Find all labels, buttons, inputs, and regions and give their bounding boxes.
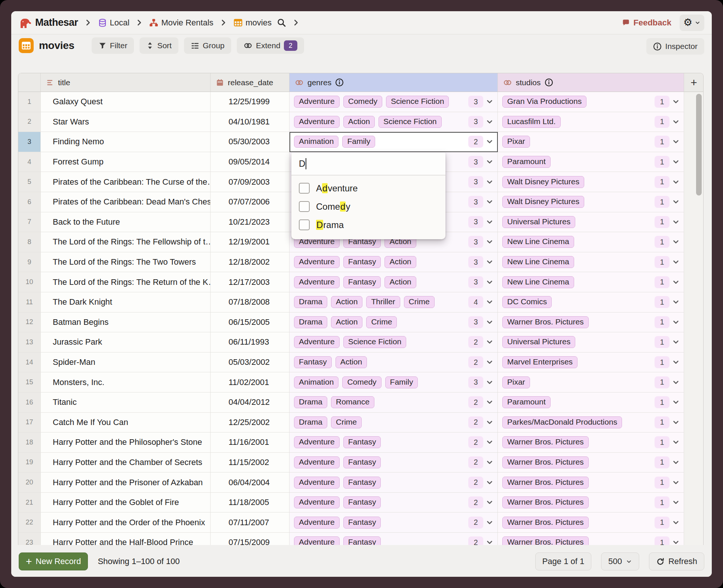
- cell-genres[interactable]: AdventureFantasy2: [289, 533, 498, 545]
- row-number-cell[interactable]: 14: [18, 353, 41, 373]
- cell-title[interactable]: Finding Nemo: [41, 132, 211, 152]
- cell-release-date[interactable]: 07/07/2006: [211, 192, 289, 212]
- chevron-down-icon[interactable]: [672, 318, 680, 326]
- cell-studios[interactable]: Walt Disney Pictures1: [498, 192, 684, 212]
- cell-studios[interactable]: Gran Via Productions1: [498, 92, 684, 112]
- chevron-down-icon[interactable]: [672, 458, 680, 467]
- cell-release-date[interactable]: 10/21/2023: [211, 212, 289, 233]
- cell-studios[interactable]: Parkes/MacDonald Productions1: [498, 413, 684, 433]
- cell-title[interactable]: Galaxy Quest: [41, 92, 211, 112]
- cell-studios[interactable]: New Line Cinema1: [498, 232, 684, 252]
- cell-title[interactable]: Harry Potter and the Goblet of Fire: [41, 493, 211, 513]
- cell-title[interactable]: Harry Potter and the Philosopher's Stone: [41, 432, 211, 453]
- table-search-button[interactable]: [277, 18, 286, 27]
- row-number-cell[interactable]: 12: [18, 313, 41, 333]
- chevron-down-icon[interactable]: [485, 178, 494, 186]
- chevron-down-icon[interactable]: [672, 398, 680, 406]
- chevron-down-icon[interactable]: [672, 538, 680, 545]
- cell-title[interactable]: Forrest Gump: [41, 152, 211, 172]
- pagination-button[interactable]: Page 1 of 1: [535, 552, 592, 570]
- column-header-studios[interactable]: studios: [498, 73, 684, 92]
- column-header-release_date[interactable]: release_date: [211, 73, 289, 92]
- row-number-cell[interactable]: 16: [18, 392, 41, 413]
- chevron-down-icon[interactable]: [672, 498, 680, 507]
- row-number-cell[interactable]: 8: [18, 232, 41, 252]
- info-icon[interactable]: [545, 78, 553, 87]
- checkbox[interactable]: [299, 183, 310, 194]
- cell-genres[interactable]: AdventureComedyScience Fiction3: [289, 92, 498, 112]
- refresh-button[interactable]: Refresh: [649, 552, 704, 570]
- chevron-down-icon[interactable]: [672, 118, 680, 126]
- cell-studios[interactable]: Warner Bros. Pictures1: [498, 453, 684, 473]
- cell-genres[interactable]: AdventureFantasyAction3: [289, 272, 498, 292]
- cell-release-date[interactable]: 05/30/2003: [211, 132, 289, 152]
- chevron-down-icon[interactable]: [485, 298, 494, 306]
- chevron-down-icon[interactable]: [485, 398, 494, 406]
- cell-genres[interactable]: AnimationFamily2: [289, 132, 498, 152]
- chevron-down-icon[interactable]: [672, 518, 680, 527]
- cell-studios[interactable]: New Line Cinema1: [498, 272, 684, 292]
- chevron-down-icon[interactable]: [672, 418, 680, 427]
- chevron-down-icon[interactable]: [672, 178, 680, 186]
- cell-studios[interactable]: Marvel Enterprises1: [498, 353, 684, 373]
- cell-title[interactable]: Catch Me If You Can: [41, 413, 211, 433]
- chevron-down-icon[interactable]: [485, 278, 494, 286]
- cell-title[interactable]: Harry Potter and the Chamber of Secrets: [41, 453, 211, 473]
- cell-genres[interactable]: AdventureActionScience Fiction3: [289, 112, 498, 132]
- genre-option-adventure[interactable]: Adventure: [291, 179, 445, 197]
- cell-studios[interactable]: Warner Bros. Pictures1: [498, 472, 684, 493]
- chevron-down-icon[interactable]: [672, 238, 680, 246]
- row-number-cell[interactable]: 18: [18, 432, 41, 453]
- cell-release-date[interactable]: 07/15/2009: [211, 533, 289, 545]
- cell-genres[interactable]: AdventureFantasyAction3: [289, 252, 498, 273]
- sort-button[interactable]: Sort: [140, 37, 178, 54]
- chevron-down-icon[interactable]: [485, 538, 494, 545]
- row-number-cell[interactable]: 10: [18, 272, 41, 292]
- chevron-down-icon[interactable]: [485, 258, 494, 266]
- chevron-down-icon[interactable]: [485, 118, 494, 126]
- settings-menu-button[interactable]: ⚙: [680, 15, 704, 31]
- cell-studios[interactable]: Warner Bros. Pictures1: [498, 313, 684, 333]
- cell-genres[interactable]: AdventureScience Fiction2: [289, 332, 498, 353]
- cell-release-date[interactable]: 11/02/2001: [211, 372, 289, 392]
- cell-release-date[interactable]: 04/10/1981: [211, 112, 289, 132]
- row-number-cell[interactable]: 7: [18, 212, 41, 233]
- row-number-cell[interactable]: 15: [18, 372, 41, 392]
- cell-studios[interactable]: Paramount1: [498, 152, 684, 172]
- cell-studios[interactable]: Warner Bros. Pictures1: [498, 432, 684, 453]
- chevron-down-icon[interactable]: [485, 378, 494, 387]
- cell-release-date[interactable]: 06/11/1993: [211, 332, 289, 353]
- cell-release-date[interactable]: 12/25/2002: [211, 413, 289, 433]
- chevron-down-icon[interactable]: [485, 158, 494, 166]
- row-number-cell[interactable]: 21: [18, 493, 41, 513]
- cell-title[interactable]: The Lord of the Rings: The Two Towers: [41, 252, 211, 273]
- chevron-down-icon[interactable]: [672, 438, 680, 446]
- row-number-cell[interactable]: 19: [18, 453, 41, 473]
- cell-studios[interactable]: Warner Bros. Pictures1: [498, 533, 684, 545]
- cell-genres[interactable]: AdventureFantasy2: [289, 493, 498, 513]
- row-number-cell[interactable]: 23: [18, 533, 41, 545]
- chevron-down-icon[interactable]: [485, 518, 494, 527]
- row-number-cell[interactable]: 9: [18, 252, 41, 273]
- row-number-cell[interactable]: 5: [18, 172, 41, 192]
- info-icon[interactable]: [335, 78, 344, 87]
- checkbox[interactable]: [299, 201, 310, 212]
- cell-release-date[interactable]: 09/05/2014: [211, 152, 289, 172]
- chevron-down-icon[interactable]: [672, 298, 680, 306]
- row-number-cell[interactable]: 13: [18, 332, 41, 353]
- chevron-down-icon[interactable]: [485, 478, 494, 487]
- cell-genres[interactable]: AnimationComedyFamily3: [289, 372, 498, 392]
- cell-genres[interactable]: FantasyAction2: [289, 353, 498, 373]
- chevron-down-icon[interactable]: [672, 138, 680, 146]
- cell-genres[interactable]: AdventureFantasy2: [289, 472, 498, 493]
- cell-title[interactable]: The Dark Knight: [41, 292, 211, 313]
- cell-title[interactable]: Jurassic Park: [41, 332, 211, 353]
- genre-option-comedy[interactable]: Comedy: [291, 197, 445, 216]
- chevron-down-icon[interactable]: [672, 478, 680, 487]
- chevron-down-icon[interactable]: [485, 318, 494, 326]
- breadcrumb-item-movies[interactable]: movies: [233, 18, 272, 28]
- cell-studios[interactable]: Walt Disney Pictures1: [498, 172, 684, 192]
- chevron-down-icon[interactable]: [485, 358, 494, 366]
- row-number-cell[interactable]: 4: [18, 152, 41, 172]
- cell-title[interactable]: Harry Potter and the Order of the Phoeni…: [41, 512, 211, 533]
